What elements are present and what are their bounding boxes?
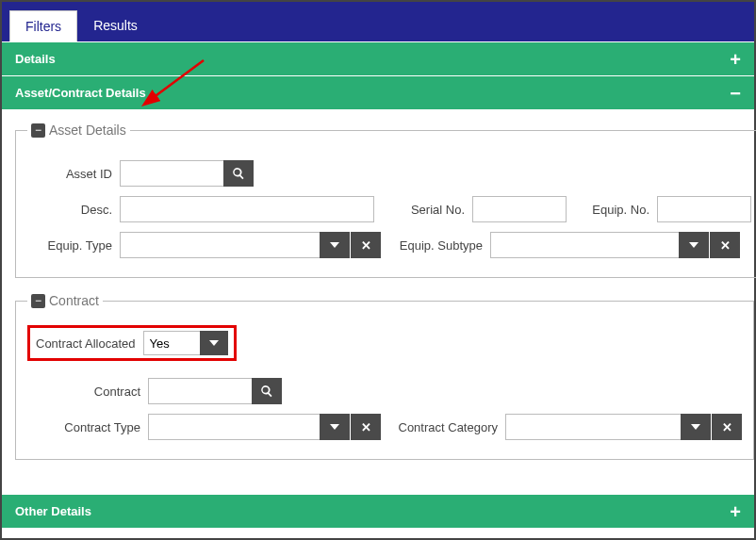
contract-category-clear-button[interactable] [712, 414, 742, 440]
fieldset-asset-details: − Asset Details Asset ID Desc. Serial No… [15, 123, 756, 278]
contract-type-combo[interactable] [148, 414, 381, 440]
legend-asset-details[interactable]: − Asset Details [27, 123, 130, 138]
collapse-box-icon: − [31, 123, 45, 138]
legend-asset-label: Asset Details [49, 123, 126, 138]
asset-id-search-button[interactable] [223, 160, 254, 187]
search-icon [232, 167, 245, 180]
tab-filters[interactable]: Filters [9, 10, 77, 41]
collapse-box-icon: − [31, 294, 45, 308]
contract-allocated-dropdown-button[interactable] [200, 331, 228, 355]
equip-no-input[interactable] [657, 196, 751, 222]
equip-type-combo[interactable] [120, 232, 381, 258]
equip-subtype-clear-button[interactable] [710, 232, 740, 258]
collapse-icon: − [730, 87, 741, 100]
tab-results[interactable]: Results [77, 9, 154, 41]
equip-subtype-combo[interactable] [490, 232, 740, 258]
label-contract-category: Contract Category [388, 420, 498, 434]
label-contract-type: Contract Type [27, 420, 140, 434]
equip-type-dropdown-button[interactable] [320, 232, 350, 258]
contract-type-clear-button[interactable] [351, 414, 381, 440]
expand-icon: + [730, 505, 741, 518]
label-equip-no: Equip. No. [574, 203, 649, 217]
contract-category-combo[interactable] [505, 414, 742, 440]
label-desc: Desc. [27, 203, 112, 217]
equip-type-clear-button[interactable] [351, 232, 381, 258]
legend-contract-label: Contract [49, 293, 99, 308]
contract-allocated-input[interactable] [143, 331, 200, 355]
legend-contract[interactable]: − Contract [27, 293, 103, 308]
label-asset-id: Asset ID [27, 167, 112, 181]
label-contract-allocated: Contract Allocated [36, 336, 136, 351]
equip-type-input[interactable] [120, 232, 320, 258]
panel-header-details[interactable]: Details + [2, 41, 754, 75]
contract-allocated-highlight: Contract Allocated [27, 325, 237, 361]
panel-body-asset-contract: − Asset Details Asset ID Desc. Serial No… [2, 109, 754, 494]
contract-search-button[interactable] [252, 378, 282, 404]
contract-category-input[interactable] [505, 414, 681, 440]
serial-no-input[interactable] [472, 196, 567, 222]
contract-category-dropdown-button[interactable] [681, 414, 711, 440]
panel-title-asset-contract: Asset/Contract Details [15, 86, 146, 100]
panel-header-other-details[interactable]: Other Details + [2, 494, 754, 528]
search-icon [260, 385, 273, 398]
asset-id-input[interactable] [120, 160, 223, 187]
expand-icon: + [730, 53, 741, 66]
panel-title-details: Details [15, 52, 56, 66]
contract-type-dropdown-button[interactable] [320, 414, 350, 440]
label-equip-type: Equip. Type [27, 238, 112, 253]
equip-subtype-input[interactable] [490, 232, 679, 258]
equip-subtype-dropdown-button[interactable] [679, 232, 709, 258]
label-equip-subtype: Equip. Subtype [388, 238, 483, 253]
contract-type-input[interactable] [148, 414, 320, 440]
label-contract: Contract [27, 385, 140, 399]
contract-allocated-combo[interactable] [143, 331, 228, 355]
label-serial-no: Serial No. [389, 203, 465, 217]
fieldset-contract: − Contract Contract Allocated Contract C… [15, 293, 754, 460]
contract-input[interactable] [148, 378, 252, 404]
panel-title-other-details: Other Details [15, 504, 91, 518]
tab-bar: Filters Results [2, 2, 754, 41]
desc-input[interactable] [120, 196, 374, 222]
panel-header-asset-contract[interactable]: Asset/Contract Details − [2, 75, 754, 109]
